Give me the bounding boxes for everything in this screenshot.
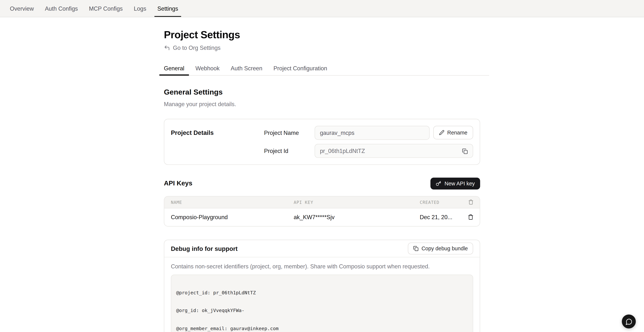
nav-item-logs[interactable]: Logs bbox=[134, 0, 146, 17]
nav-item-overview[interactable]: Overview bbox=[10, 0, 34, 17]
project-id-field: pr_06th1pLdNtTZ bbox=[314, 144, 473, 158]
message-bubble-icon bbox=[625, 318, 632, 325]
copy-debug-bundle-button[interactable]: Copy debug bundle bbox=[408, 242, 473, 254]
project-details-title: Project Details bbox=[171, 129, 264, 136]
project-id-value: pr_06th1pLdNtTZ bbox=[320, 147, 365, 154]
delete-api-key-button[interactable] bbox=[468, 214, 474, 220]
api-keys-table-header: NAME API KEY CREATED bbox=[164, 196, 480, 208]
go-to-org-settings-link[interactable]: Go to Org Settings bbox=[164, 44, 220, 51]
nav-item-settings[interactable]: Settings bbox=[157, 0, 178, 17]
debug-info-card: Debug info for support Copy debug bundle… bbox=[164, 239, 480, 332]
project-id-label: Project Id bbox=[264, 147, 314, 154]
tab-auth-screen[interactable]: Auth Screen bbox=[226, 63, 267, 75]
table-row: Composio-Playground ak_KW7*****Sjv Dec 2… bbox=[164, 208, 480, 226]
debug-description: Contains non-secret identifiers (project… bbox=[171, 263, 473, 269]
pencil-icon bbox=[439, 130, 444, 135]
code-line: @project_id: pr_06th1pLdNtTZ bbox=[176, 290, 468, 296]
trash-icon bbox=[468, 214, 474, 220]
chat-support-button[interactable] bbox=[622, 314, 636, 328]
copy-debug-bundle-label: Copy debug bundle bbox=[422, 245, 468, 251]
corner-up-left-icon bbox=[164, 45, 170, 51]
general-settings-heading: General Settings bbox=[164, 88, 480, 96]
debug-info-title: Debug info for support bbox=[171, 245, 238, 252]
new-api-key-label: New API key bbox=[444, 180, 474, 186]
page-title: Project Settings bbox=[164, 29, 480, 40]
settings-tabs: General Webhook Auth Screen Project Conf… bbox=[159, 63, 489, 75]
code-line: @org_id: ok_jVveqqkYFWa- bbox=[176, 307, 468, 313]
copy-icon bbox=[413, 246, 419, 251]
rename-button-label: Rename bbox=[447, 129, 467, 136]
general-settings-description: Manage your project details. bbox=[164, 101, 480, 107]
column-header-api-key: API KEY bbox=[294, 200, 420, 204]
go-to-org-settings-label: Go to Org Settings bbox=[173, 44, 221, 51]
column-header-created: CREATED bbox=[420, 200, 464, 204]
debug-bundle-code-block: @project_id: pr_06th1pLdNtTZ @org_id: ok… bbox=[171, 274, 473, 332]
api-key-name-cell: Composio-Playground bbox=[171, 214, 294, 220]
column-header-name: NAME bbox=[171, 200, 294, 204]
new-api-key-button[interactable]: New API key bbox=[431, 177, 480, 189]
tab-webhook[interactable]: Webhook bbox=[191, 63, 224, 75]
copy-icon bbox=[462, 148, 469, 154]
project-name-input[interactable] bbox=[314, 126, 430, 140]
tab-general[interactable]: General bbox=[159, 63, 189, 75]
nav-item-mcp-configs[interactable]: MCP Configs bbox=[89, 0, 122, 17]
top-nav: Overview Auth Configs MCP Configs Logs S… bbox=[0, 0, 644, 17]
trash-icon bbox=[468, 199, 474, 205]
api-key-created-cell: Dec 21, 20... bbox=[420, 214, 464, 220]
nav-item-auth-configs[interactable]: Auth Configs bbox=[45, 0, 78, 17]
project-details-card: Project Details Project Name Rename Proj… bbox=[164, 119, 480, 165]
rename-button[interactable]: Rename bbox=[433, 126, 473, 139]
main-content: Project Settings Go to Org Settings Gene… bbox=[164, 17, 480, 332]
code-line: @org_member_email: gaurav@inkeep.com bbox=[176, 325, 468, 331]
api-keys-heading: API Keys bbox=[164, 180, 192, 187]
app-root: Overview Auth Configs MCP Configs Logs S… bbox=[0, 0, 644, 332]
tab-project-configuration[interactable]: Project Configuration bbox=[269, 63, 332, 75]
project-name-label: Project Name bbox=[264, 129, 314, 136]
copy-project-id-button[interactable] bbox=[462, 148, 469, 154]
key-icon bbox=[436, 181, 441, 186]
api-keys-table: NAME API KEY CREATED Composio-Playground… bbox=[164, 196, 480, 226]
api-key-value-cell: ak_KW7*****Sjv bbox=[294, 214, 420, 220]
